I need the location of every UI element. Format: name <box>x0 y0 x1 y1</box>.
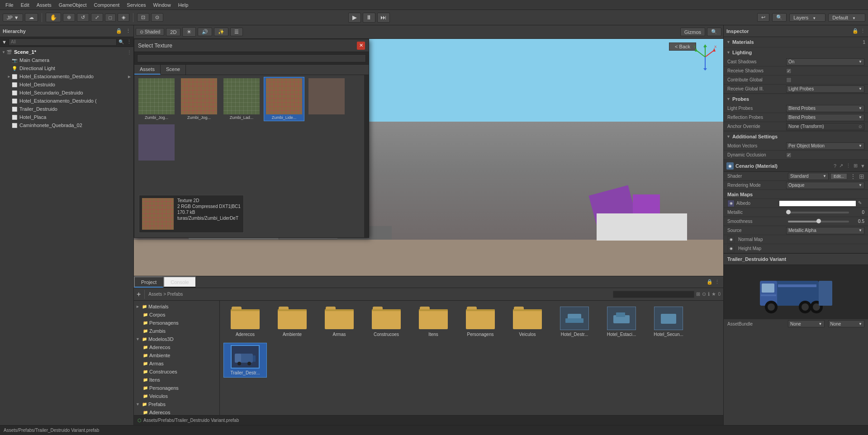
gizmo-btn[interactable]: ⊙ Shaded <box>136 28 164 36</box>
additional-section-header[interactable]: ▼ Additional Settings <box>724 132 868 142</box>
popup-tab-assets[interactable]: Assets <box>134 65 161 75</box>
material-options-icon[interactable]: ⋮ <box>846 163 851 169</box>
play-button[interactable]: ▶ <box>348 13 361 23</box>
tree-zumbis[interactable]: 📁 Zumbis <box>134 327 219 335</box>
lighting-section-header[interactable]: ▼ Lighting <box>724 47 868 57</box>
proj-filter-btn[interactable]: ⊙ <box>702 291 706 297</box>
cast-shadows-dropdown[interactable]: On ▼ <box>786 58 864 66</box>
texture-item-0[interactable]: Zumbi_Jog... <box>136 77 177 121</box>
reflection-probes-dropdown[interactable]: Blend Probes ▼ <box>786 114 864 121</box>
texture-item-3[interactable]: Zumbi_Lide... <box>264 77 304 121</box>
file-hotel-estaci[interactable]: Hotel_Estaci... <box>600 304 643 339</box>
tab-project[interactable]: Project <box>134 276 163 288</box>
texture-item-4[interactable] <box>306 77 347 121</box>
tree-personagens[interactable]: 📁 Personagens <box>134 319 219 327</box>
transform-tool[interactable]: ◈ <box>118 13 129 22</box>
bottom-lock-icon[interactable]: 🔒 <box>707 279 713 285</box>
popup-tab-scene[interactable]: Scene <box>161 65 186 75</box>
motion-vectors-dropdown[interactable]: Per Object Motion ▼ <box>786 142 864 150</box>
height-map-picker[interactable]: ◉ <box>727 245 735 252</box>
file-hotel-secun[interactable]: Hotel_Secun... <box>647 304 690 339</box>
cloud-button[interactable]: ☁ <box>25 13 38 22</box>
pivot-toggle[interactable]: ⊡ <box>137 13 149 22</box>
file-aderecos[interactable]: Aderecos <box>223 304 267 339</box>
menu-item-window[interactable]: Window <box>150 1 175 9</box>
hierarchy-caminhonete[interactable]: ⬜ Caminhonete_Quebrada_02 <box>0 121 133 129</box>
tree-personagens2[interactable]: 📁 Personagens <box>134 384 219 392</box>
menu-item-help[interactable]: Help <box>175 1 192 9</box>
metallic-thumb[interactable] <box>786 210 791 214</box>
smoothness-thumb[interactable] <box>816 219 821 223</box>
inspector-options-icon[interactable]: ⋮ <box>860 28 865 34</box>
pause-button[interactable]: ⏸ <box>363 13 375 23</box>
menu-item-file[interactable]: File <box>2 1 17 9</box>
gizmos-btn[interactable]: Gizmos <box>680 28 705 36</box>
tree-prefabs[interactable]: ▼ 📁 Prefabs <box>134 400 219 408</box>
file-ambiente[interactable]: Ambiente <box>270 304 314 339</box>
menu-item-services[interactable]: Services <box>123 1 149 9</box>
anchor-override-field[interactable]: None (Transform) ⊙ <box>786 123 864 130</box>
hierarchy-directional-light[interactable]: 💡 Directional Light <box>0 64 133 72</box>
add-btn[interactable]: + <box>137 290 141 298</box>
hierarchy-hotel-sec[interactable]: ⬜ Hotel_Secundario_Destruido <box>0 89 133 97</box>
dynamic-occlusion-checkbox[interactable] <box>786 152 792 158</box>
shader-edit-button[interactable]: Edit... <box>830 173 847 180</box>
receive-shadows-checkbox[interactable] <box>786 68 792 74</box>
file-armas[interactable]: Armas <box>318 304 361 339</box>
tab-console[interactable]: Console <box>163 276 195 288</box>
rotate-tool[interactable]: ↺ <box>77 13 89 22</box>
scene-options[interactable]: ⋮ <box>127 50 132 55</box>
scene-view-options[interactable]: ☰ <box>230 28 243 36</box>
scene-search-btn[interactable]: 🔍 <box>707 28 721 36</box>
default-dropdown[interactable]: Default ▼ <box>828 14 865 22</box>
tree-materials[interactable]: ► 📁 Materials <box>134 303 219 311</box>
file-hotel-destr[interactable]: Hotel_Destr... <box>553 304 596 339</box>
step-button[interactable]: ⏭ <box>377 13 390 23</box>
albedo-edit-btn[interactable]: ✎ <box>858 200 864 207</box>
hierarchy-trailer[interactable]: ⬜ Trailer_Destruido <box>0 105 133 113</box>
normal-map-picker[interactable]: ◉ <box>727 236 735 243</box>
hierarchy-lock[interactable]: 🔒 <box>116 28 122 34</box>
popup-scrollbar[interactable] <box>364 75 369 237</box>
hand-tool[interactable]: ✋ <box>46 13 61 22</box>
tree-modelos3d[interactable]: ▼ 📁 Modelos3D <box>134 335 219 343</box>
proj-star-btn[interactable]: ★ <box>711 291 716 297</box>
hierarchy-hotel-estac[interactable]: ⬜ Hotel_Estacionamento_Destruido ► <box>0 72 133 80</box>
material-layout-icon[interactable]: ⊞ <box>854 163 858 169</box>
rect-tool[interactable]: □ <box>105 14 116 22</box>
menu-item-gameobject[interactable]: GameObject <box>55 1 90 9</box>
hierarchy-search-input[interactable] <box>9 38 117 46</box>
tree-corpos[interactable]: 📁 Corpos <box>134 311 219 319</box>
layers-dropdown[interactable]: Layers ▼ <box>789 14 825 22</box>
user-button[interactable]: JP ▼ <box>3 14 23 22</box>
search-button[interactable]: 🔍 <box>772 13 787 22</box>
material-link-icon[interactable]: ↗ <box>839 163 843 169</box>
texture-item-2[interactable]: Zumbi_Lad... <box>221 77 262 121</box>
local-toggle[interactable]: ⊙ <box>151 13 163 22</box>
hierarchy-add-btn[interactable]: ▼ <box>2 39 7 45</box>
popup-search-input[interactable] <box>137 54 366 62</box>
shader-layout[interactable]: ⊞ <box>859 173 864 180</box>
material-arrow-icon[interactable]: ▼ <box>860 163 865 169</box>
popup-close-button[interactable]: ✕ <box>357 42 365 50</box>
file-veiculos[interactable]: Veiculos <box>506 304 549 339</box>
scene-view[interactable]: Select Texture ✕ Assets Scene Zumbi_Jog <box>134 39 723 276</box>
hierarchy-menu[interactable]: ⋮ <box>126 28 131 34</box>
tree-itens[interactable]: 📁 Itens <box>134 376 219 384</box>
albedo-swatch[interactable] <box>779 200 856 207</box>
file-trailer[interactable]: Trailer_Destr... <box>223 343 267 378</box>
smoothness-slider[interactable] <box>788 221 849 222</box>
tree-aderecos[interactable]: 📁 Aderecos <box>134 343 219 351</box>
shader-options[interactable]: ⋮ <box>850 173 856 180</box>
2d-btn[interactable]: 2D <box>166 28 180 36</box>
metallic-slider[interactable] <box>788 212 849 213</box>
hierarchy-hotel-estac2[interactable]: ⬜ Hotel_Estacionamento_Destruido ( <box>0 97 133 105</box>
hierarchy-hotel-destruido[interactable]: ⬜ Hotel_Destruido <box>0 80 133 89</box>
probes-section-header[interactable]: ▼ Probes <box>724 94 868 104</box>
move-tool[interactable]: ⊕ <box>63 13 75 22</box>
fx-btn[interactable]: ✨ <box>214 28 228 36</box>
menu-item-edit[interactable]: Edit <box>17 1 33 9</box>
shader-dropdown[interactable]: Standard ▼ <box>788 173 829 180</box>
project-search-input[interactable] <box>613 291 694 298</box>
receive-global-dropdown[interactable]: Light Probes ▼ <box>786 85 864 93</box>
